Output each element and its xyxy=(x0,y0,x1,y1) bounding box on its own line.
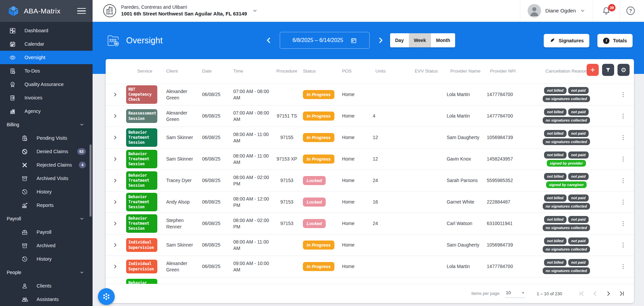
row-menu-button[interactable]: ⋮ xyxy=(620,92,626,97)
next-week-button[interactable] xyxy=(374,32,387,49)
menu-toggle-button[interactable] xyxy=(77,6,86,16)
expand-row-button[interactable] xyxy=(111,199,119,206)
flag-pill: not paid xyxy=(568,237,589,245)
flag-pill: not paid xyxy=(568,259,589,266)
filter-button[interactable] xyxy=(602,64,614,76)
column-header-pos: POS xyxy=(341,69,371,74)
sidebar-scrollbar[interactable] xyxy=(90,144,92,217)
row-menu-button[interactable]: ⋮ xyxy=(620,264,626,269)
chevron-right-icon xyxy=(113,92,118,97)
sidebar-item-denied-claims[interactable]: Denied Claims63 xyxy=(0,145,93,158)
sidebar-section-label: People xyxy=(7,270,21,275)
sidebar-item-invoices[interactable]: Invoices xyxy=(0,91,93,104)
flag-pill: not paid xyxy=(568,216,589,223)
sidebar-item-assistants[interactable]: Assistants xyxy=(0,293,93,306)
date-range-picker[interactable]: 6/8/2025 – 6/14/2025 xyxy=(280,32,370,49)
sidebar-item-history[interactable]: History xyxy=(0,185,93,199)
totals-button[interactable]: i Totals xyxy=(597,34,633,47)
session-date: 06/08/25 xyxy=(201,113,232,119)
previous-week-button[interactable] xyxy=(262,32,275,49)
last-page-button[interactable] xyxy=(615,287,629,300)
chat-widget-button[interactable] xyxy=(98,288,115,305)
help-button[interactable]: ? xyxy=(620,0,637,22)
add-session-button[interactable]: + xyxy=(587,64,599,76)
provider-name: Sam Daugherty xyxy=(445,134,486,141)
view-mode-week[interactable]: Week xyxy=(409,33,431,47)
sidebar-section-payroll[interactable]: Payroll xyxy=(0,212,93,225)
expand-row-button[interactable] xyxy=(111,177,119,184)
billing-flags: not billednot paidno signatures collecte… xyxy=(522,237,611,253)
table-row: Individual SupervisionAlexander Green06/… xyxy=(106,256,634,277)
service-badge: Reassessment Session xyxy=(126,109,157,123)
billing-flags: not billednot paidno signatures collecte… xyxy=(522,87,611,102)
user-menu[interactable]: Diane Ogden xyxy=(520,0,593,22)
row-menu-button[interactable]: ⋮ xyxy=(620,156,626,162)
previous-page-button[interactable] xyxy=(588,287,602,300)
next-page-button[interactable] xyxy=(602,287,615,300)
sidebar-item-archived-visits[interactable]: Archived Visits xyxy=(0,172,93,185)
row-menu-button[interactable]: ⋮ xyxy=(620,199,626,205)
flag-pill: not billed xyxy=(544,237,567,245)
row-menu-button[interactable]: ⋮ xyxy=(620,178,626,183)
pos-value: Home xyxy=(341,91,371,98)
chevron-right-icon xyxy=(113,114,118,119)
sidebar-item-pending-visits[interactable]: Pending Visits xyxy=(0,131,93,145)
view-mode-day[interactable]: Day xyxy=(390,33,409,47)
table-row: Behavior Treatment SessionSam Skinner06/… xyxy=(106,148,634,170)
settings-button[interactable]: ⚙ xyxy=(618,64,630,76)
billing-flags: not billednot paidno signatures collecte… xyxy=(522,259,611,274)
sidebar-section-people[interactable]: People xyxy=(0,266,93,279)
notifications-button[interactable]: 39 xyxy=(593,0,620,22)
row-menu-button[interactable]: ⋮ xyxy=(620,221,626,226)
expand-row-button[interactable] xyxy=(111,156,119,163)
select-arrow-icon: ▾ xyxy=(522,291,524,295)
sidebar-item-payroll[interactable]: Payroll xyxy=(0,225,93,239)
expand-row-button[interactable] xyxy=(111,220,119,227)
first-page-button[interactable] xyxy=(575,287,588,300)
sidebar-section-billing[interactable]: Billing xyxy=(0,118,93,131)
table-row: Behavior Treatment SessionAndy Alsop06/0… xyxy=(106,191,634,213)
provider-npi: 1056984739 xyxy=(485,242,520,248)
row-menu-button[interactable]: ⋮ xyxy=(620,135,626,140)
row-menu-button[interactable]: ⋮ xyxy=(620,113,626,119)
sidebar-item-quality-assurance[interactable]: Quality Assurance xyxy=(0,78,93,91)
status-badge: In Progress xyxy=(303,112,334,121)
row-menu-button[interactable]: ⋮ xyxy=(620,242,626,248)
sidebar-item-label: Reports xyxy=(37,203,54,208)
expand-row-button[interactable] xyxy=(111,242,119,249)
column-header-status: Status xyxy=(302,69,341,74)
signatures-button[interactable]: Signatures xyxy=(544,34,589,47)
sidebar-item-dashboard[interactable]: Dashboard xyxy=(0,24,93,37)
units-value: 12 xyxy=(371,134,407,141)
provider-npi: 1056984739 xyxy=(485,134,520,141)
items-per-page-value: 10 xyxy=(506,290,511,295)
sidebar-item-oversight[interactable]: Oversight xyxy=(0,51,93,64)
oversight-page-icon xyxy=(106,33,120,49)
expand-row-button[interactable] xyxy=(111,134,119,141)
expand-row-button[interactable] xyxy=(111,91,119,98)
sidebar-item-history[interactable]: History xyxy=(0,252,93,266)
sidebar-item-clients[interactable]: Clients xyxy=(0,279,93,293)
pagination-range: 1 – 10 of 230 xyxy=(537,291,562,296)
sidebar-item-calendar[interactable]: Calendar xyxy=(0,37,93,51)
table-row: Behavior Treatment SessionSam Skinner06/… xyxy=(106,127,634,148)
sidebar-item-reports[interactable]: Reports xyxy=(0,199,93,212)
items-per-page-select[interactable]: 10 ▾ xyxy=(505,290,525,298)
organization-selector[interactable]: Paredes, Contreras and Ulibarri 1001 6th… xyxy=(103,4,258,18)
session-time: 08:00 AM - 12:00 PM xyxy=(232,196,272,209)
expand-row-button[interactable] xyxy=(111,113,119,120)
session-time: 08:00 AM - 11:00 AM xyxy=(232,131,272,144)
units-value: 24 xyxy=(371,220,407,227)
table-row: Behavior Treatment Sessionnot billednot … xyxy=(106,277,634,284)
procedure-code: 97153 xyxy=(272,177,302,184)
expand-row-button[interactable] xyxy=(111,263,119,270)
signature-pill: no signatures collected xyxy=(543,138,590,145)
sidebar-item-to-dos[interactable]: To-Dos xyxy=(0,64,93,78)
session-time: 08:00 AM - 02:00 PM xyxy=(232,217,272,230)
sidebar-item-rejected-claims[interactable]: Rejected Claims4 xyxy=(0,158,93,172)
service-badge: Individual Supervision xyxy=(126,238,157,252)
sidebar-item-agency[interactable]: Agency xyxy=(0,104,93,118)
view-mode-month[interactable]: Month xyxy=(431,33,455,47)
sidebar-item-archived[interactable]: Archived xyxy=(0,239,93,252)
client-name: Andy Alsop xyxy=(165,199,201,205)
